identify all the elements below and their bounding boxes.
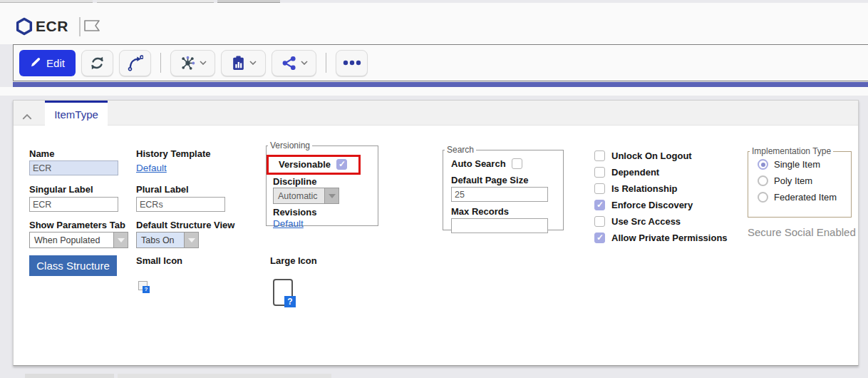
versionable-checkbox[interactable] — [336, 159, 347, 170]
page-header: ECR — [0, 3, 868, 44]
discipline-value: Automatic — [273, 188, 324, 204]
dropdown-arrow-icon[interactable] — [113, 232, 128, 248]
form-panel: ItemType Name Singular Label Show Parame… — [13, 100, 859, 366]
federated-item-radio[interactable] — [758, 192, 768, 203]
tab-strip — [14, 101, 858, 126]
show-parameters-tab-value: When Populated — [29, 232, 113, 248]
tab-itemtype[interactable]: ItemType — [45, 101, 108, 126]
large-icon-placeholder[interactable]: ? — [273, 279, 293, 306]
refresh-button[interactable] — [81, 50, 113, 76]
history-template-label: History Template — [136, 148, 211, 159]
unlock-on-logout-label: Unlock On Logout — [611, 150, 692, 161]
plural-label-label: Plural Label — [136, 184, 189, 195]
is-relationship-row: Is Relationship — [594, 183, 677, 194]
implementation-type-legend: Implementation Type — [750, 146, 833, 156]
versionable-row: Versionable — [279, 159, 347, 170]
title-divider — [79, 17, 81, 36]
plural-label-input[interactable] — [136, 197, 225, 212]
dependent-label: Dependent — [611, 167, 659, 178]
allow-private-permissions-row: Allow Private Permissions — [594, 233, 728, 243]
collapse-chevron-icon[interactable] — [22, 110, 32, 123]
enforce-discovery-checkbox[interactable] — [594, 200, 605, 210]
versionable-label: Versionable — [279, 159, 331, 170]
enforce-discovery-label: Enforce Discovery — [611, 200, 693, 210]
promote-button[interactable] — [119, 50, 151, 76]
federated-item-row: Federated Item — [758, 192, 837, 203]
allow-private-permissions-label: Allow Private Permissions — [611, 233, 728, 243]
is-relationship-label: Is Relationship — [611, 183, 677, 194]
default-structure-view-select[interactable]: Tabs On — [136, 232, 199, 248]
name-label: Name — [29, 148, 54, 159]
header-underlay — [0, 87, 868, 96]
refresh-icon — [89, 55, 105, 71]
show-parameters-tab-select[interactable]: When Populated — [29, 232, 128, 248]
chevron-down-icon — [301, 61, 308, 65]
toolbar-separator — [160, 53, 161, 73]
max-records-label: Max Records — [451, 206, 509, 217]
reports-clipboard-icon — [231, 55, 246, 71]
unlock-on-logout-checkbox[interactable] — [594, 150, 605, 161]
single-item-radio[interactable] — [758, 159, 768, 170]
single-item-row: Single Item — [758, 159, 820, 170]
use-src-access-checkbox[interactable] — [594, 216, 605, 227]
flag-icon[interactable] — [83, 19, 102, 39]
federated-item-label: Federated Item — [774, 192, 837, 203]
singular-label-label: Singular Label — [29, 184, 93, 195]
bottom-fragment — [118, 374, 331, 378]
bottom-fragment — [25, 374, 114, 378]
poly-item-label: Poly Item — [774, 175, 812, 186]
more-button[interactable] — [336, 50, 368, 76]
single-item-label: Single Item — [774, 159, 820, 170]
page-title: ECR — [36, 18, 68, 35]
revisions-label: Revisions — [273, 207, 316, 218]
edit-button[interactable]: Edit — [19, 50, 76, 76]
dependent-row: Dependent — [594, 167, 659, 178]
edit-button-label: Edit — [46, 57, 65, 69]
reports-dropdown-button[interactable] — [221, 50, 266, 76]
large-icon-label: Large Icon — [270, 255, 317, 266]
show-parameters-tab-label: Show Parameters Tab — [29, 220, 125, 230]
broken-image-icon: ? — [284, 296, 296, 307]
use-src-access-row: Use Src Access — [594, 216, 681, 227]
class-structure-button[interactable]: Class Structure — [29, 255, 117, 276]
small-icon-placeholder[interactable]: ? — [138, 281, 148, 290]
default-page-size-label: Default Page Size — [451, 175, 528, 185]
toolbar-separator — [326, 53, 326, 73]
is-relationship-checkbox[interactable] — [594, 183, 605, 194]
versioning-legend: Versioning — [268, 141, 312, 150]
allow-private-permissions-checkbox[interactable] — [594, 233, 605, 243]
name-input[interactable] — [29, 160, 118, 175]
broken-image-icon: ? — [143, 286, 150, 293]
share-dropdown-button[interactable] — [272, 50, 316, 76]
auto-search-checkbox[interactable] — [512, 158, 522, 169]
itemtype-hexagon-icon — [15, 17, 33, 39]
accent-bar — [13, 82, 868, 87]
default-structure-view-value: Tabs On — [136, 232, 184, 248]
max-records-input[interactable] — [451, 218, 548, 233]
revisions-link[interactable]: Default — [273, 218, 304, 229]
dropdown-arrow-icon[interactable] — [184, 232, 199, 248]
structure-dropdown-button[interactable] — [170, 50, 215, 76]
poly-item-radio[interactable] — [758, 175, 768, 186]
chevron-down-icon — [249, 61, 257, 65]
discipline-label: Discipline — [273, 176, 316, 187]
share-icon — [281, 55, 297, 71]
auto-search-row: Auto Search — [451, 158, 522, 169]
poly-item-row: Poly Item — [758, 175, 812, 186]
promote-arrow-icon — [127, 55, 143, 71]
history-template-link[interactable]: Default — [136, 163, 167, 173]
chevron-down-icon — [200, 61, 207, 65]
enforce-discovery-row: Enforce Discovery — [594, 200, 693, 210]
structure-hub-icon — [180, 55, 196, 71]
default-structure-view-label: Default Structure View — [136, 220, 234, 230]
toolbar: Edit — [13, 44, 868, 81]
default-page-size-input[interactable] — [451, 187, 548, 202]
use-src-access-label: Use Src Access — [611, 216, 681, 227]
auto-search-label: Auto Search — [451, 158, 506, 169]
dropdown-arrow-icon — [324, 188, 339, 204]
small-icon-label: Small Icon — [136, 255, 182, 266]
dependent-checkbox[interactable] — [594, 167, 605, 178]
unlock-on-logout-row: Unlock On Logout — [594, 150, 692, 161]
discipline-select[interactable]: Automatic — [273, 188, 339, 204]
singular-label-input[interactable] — [29, 197, 118, 212]
